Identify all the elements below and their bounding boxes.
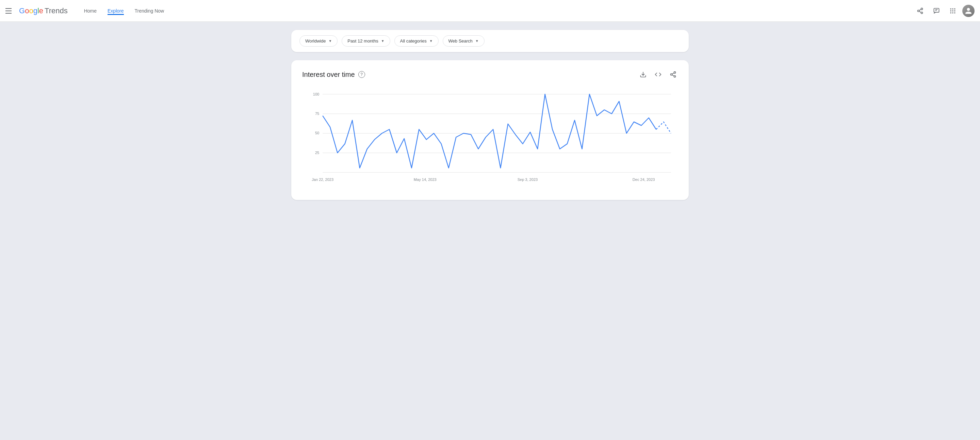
svg-point-11 [954, 8, 955, 9]
svg-line-4 [919, 9, 921, 10]
svg-point-15 [950, 12, 951, 13]
svg-point-19 [674, 72, 676, 73]
svg-point-1 [918, 10, 920, 11]
svg-point-20 [671, 74, 672, 75]
location-filter[interactable]: Worldwide ▼ [299, 35, 337, 46]
svg-text:25: 25 [315, 151, 319, 155]
chart-share-icon [670, 71, 676, 78]
main-nav: Home Explore Trending Now [84, 7, 164, 15]
svg-text:100: 100 [313, 92, 319, 96]
avatar[interactable] [962, 5, 975, 17]
logo-google: Google [19, 6, 43, 15]
apps-icon [950, 8, 956, 14]
categories-filter-label: All categories [400, 38, 427, 43]
chart-line [323, 94, 656, 168]
svg-point-21 [674, 75, 676, 77]
svg-line-23 [672, 73, 674, 74]
svg-point-17 [954, 12, 955, 13]
header-right [913, 4, 975, 17]
menu-button[interactable] [5, 7, 14, 15]
logo[interactable]: Google Trends [19, 6, 68, 15]
location-filter-label: Worldwide [305, 38, 326, 43]
x-label-dec: Dec 24, 2023 [633, 178, 655, 181]
x-label-sep: Sep 3, 2023 [517, 178, 538, 181]
svg-point-10 [952, 8, 953, 9]
embed-button[interactable] [653, 70, 663, 79]
chart-title-area: Interest over time ? [302, 71, 365, 79]
svg-point-0 [921, 8, 923, 10]
svg-point-2 [921, 12, 923, 14]
embed-icon [655, 71, 662, 78]
chart-header: Interest over time ? [302, 70, 678, 79]
chart-svg: 100 75 50 25 Jan 22, 2023 May 14, 2023 S… [302, 87, 678, 189]
timerange-filter-chevron: ▼ [381, 39, 385, 43]
share-icon [917, 8, 924, 14]
logo-trends: Trends [45, 6, 68, 15]
searchtype-filter-label: Web Search [449, 38, 473, 43]
feedback-button[interactable] [930, 4, 943, 17]
download-button[interactable] [638, 70, 648, 79]
svg-line-22 [672, 75, 674, 76]
header-left: Google Trends Home Explore Trending Now [5, 6, 913, 15]
timerange-filter[interactable]: Past 12 months ▼ [342, 35, 390, 46]
categories-filter-chevron: ▼ [430, 39, 433, 43]
chart-share-button[interactable] [668, 70, 678, 79]
categories-filter[interactable]: All categories ▼ [395, 35, 439, 46]
help-icon[interactable]: ? [358, 71, 365, 78]
svg-point-9 [950, 8, 951, 9]
filter-bar: Worldwide ▼ Past 12 months ▼ All categor… [291, 30, 689, 52]
searchtype-filter-chevron: ▼ [476, 39, 479, 43]
chart-card: Interest over time ? [291, 60, 689, 200]
svg-point-16 [952, 12, 953, 13]
svg-point-12 [950, 10, 951, 11]
timerange-filter-label: Past 12 months [347, 38, 378, 43]
nav-home[interactable]: Home [84, 7, 97, 15]
svg-point-13 [952, 10, 953, 11]
apps-button[interactable] [946, 4, 959, 17]
chart-actions [638, 70, 678, 79]
feedback-icon [933, 8, 940, 14]
share-button[interactable] [913, 4, 927, 17]
x-label-jan: Jan 22, 2023 [312, 178, 334, 181]
searchtype-filter[interactable]: Web Search ▼ [443, 35, 485, 46]
main-content: Worldwide ▼ Past 12 months ▼ All categor… [286, 22, 694, 208]
svg-text:50: 50 [315, 131, 319, 135]
chart-line-dotted [656, 122, 671, 133]
location-filter-chevron: ▼ [328, 39, 332, 43]
chart-area: 100 75 50 25 Jan 22, 2023 May 14, 2023 S… [302, 87, 678, 191]
svg-point-14 [954, 10, 955, 11]
x-label-may: May 14, 2023 [414, 178, 437, 181]
nav-explore[interactable]: Explore [108, 7, 124, 15]
download-icon [640, 71, 646, 78]
svg-line-3 [919, 11, 921, 12]
avatar-icon [965, 7, 972, 14]
header: Google Trends Home Explore Trending Now [0, 0, 980, 22]
svg-text:75: 75 [315, 111, 319, 116]
chart-title: Interest over time [302, 71, 355, 79]
nav-trending[interactable]: Trending Now [135, 7, 164, 15]
